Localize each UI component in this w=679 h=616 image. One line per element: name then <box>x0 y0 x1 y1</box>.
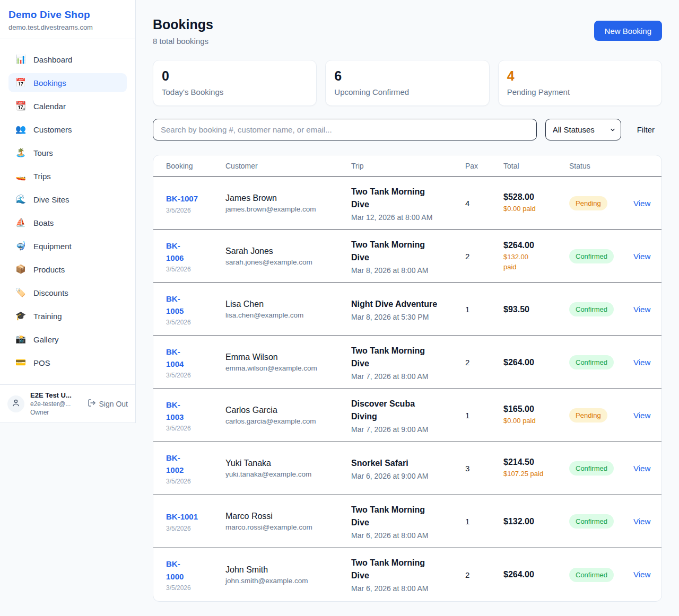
brand-title: Demo Dive Shop <box>8 9 127 21</box>
pax-cell: 4 <box>465 199 503 208</box>
customer-name: Yuki Tanaka <box>225 459 344 468</box>
customer-cell: Yuki Tanakayuki.tanaka@example.com <box>225 459 351 478</box>
view-link[interactable]: View <box>633 358 650 367</box>
sidebar-item-calendar[interactable]: 📆Calendar <box>8 96 127 116</box>
sidebar-item-label: Gallery <box>33 335 59 344</box>
sidebar-item-trips[interactable]: 🚤Trips <box>8 166 127 186</box>
pax-count: 2 <box>465 252 496 261</box>
user-role: Owner <box>30 409 82 416</box>
actions-cell: View <box>633 570 658 579</box>
filter-button[interactable]: Filter <box>630 125 662 134</box>
view-link[interactable]: View <box>633 252 650 261</box>
trip-cell: Two Tank Morning DiveMar 12, 2026 at 8:0… <box>351 186 465 222</box>
sidebar-item-boats[interactable]: ⛵Boats <box>8 213 127 232</box>
stat-label: Today's Bookings <box>162 87 308 96</box>
booking-link[interactable]: BK-1001 <box>166 511 218 523</box>
view-link[interactable]: View <box>633 199 650 208</box>
table-row: BK- 10063/5/2026Sarah Jonessarah.jones@e… <box>153 230 661 283</box>
booking-link[interactable]: BK- 1004 <box>166 346 218 371</box>
sidebar-item-bookings[interactable]: 📅Bookings <box>8 73 127 92</box>
status-badge: Confirmed <box>569 355 614 369</box>
view-link[interactable]: View <box>633 517 650 526</box>
booking-link[interactable]: BK- 1002 <box>166 452 218 477</box>
booking-cell: BK- 10033/5/2026 <box>166 399 225 433</box>
booking-link[interactable]: BK- 1000 <box>166 558 218 583</box>
trip-cell: Night Dive AdventureMar 8, 2026 at 5:30 … <box>351 298 465 321</box>
speedboat-icon: 🚤 <box>15 172 26 180</box>
paid-amount: $132.00 paid <box>503 252 562 271</box>
diving-mask-icon: 🤿 <box>15 242 26 250</box>
status-cell: Confirmed <box>569 249 633 263</box>
sidebar-item-equipment[interactable]: 🤿Equipment <box>8 236 127 256</box>
sidebar-item-discounts[interactable]: 🏷️Discounts <box>8 283 127 302</box>
table-row: BK- 10023/5/2026Yuki Tanakayuki.tanaka@e… <box>153 442 661 495</box>
search-input[interactable] <box>153 119 537 140</box>
sidebar-item-tours[interactable]: 🏝️Tours <box>8 143 127 162</box>
total-amount: $264.00 <box>503 570 562 579</box>
trip-cell: Snorkel SafariMar 6, 2026 at 9:00 AM <box>351 457 465 480</box>
total-amount: $93.50 <box>503 305 562 314</box>
booking-cell: BK- 10053/5/2026 <box>166 293 225 327</box>
camera-icon: 📸 <box>15 335 26 344</box>
table-row: BK- 10003/5/2026John Smithjohn.smith@exa… <box>153 548 661 601</box>
customer-cell: Carlos Garciacarlos.garcia@example.com <box>225 406 351 425</box>
booking-date: 3/5/2026 <box>166 584 218 592</box>
page-header: Bookings 8 total bookings New Booking <box>153 17 662 46</box>
status-cell: Confirmed <box>569 461 633 476</box>
new-booking-button[interactable]: New Booking <box>594 21 662 41</box>
view-link[interactable]: View <box>633 411 650 420</box>
status-filter-select[interactable]: All Statuses <box>545 119 621 140</box>
booking-link[interactable]: BK-1007 <box>166 192 218 205</box>
bookings-table: BookingCustomerTripPaxTotalStatus BK-100… <box>153 155 662 602</box>
sidebar-item-customers[interactable]: 👥Customers <box>8 120 127 139</box>
package-icon: 📦 <box>15 265 26 274</box>
sidebar-item-label: Trips <box>33 172 51 181</box>
status-badge: Confirmed <box>569 568 614 582</box>
sign-out-button[interactable]: Sign Out <box>88 399 128 409</box>
stat-value: 4 <box>507 68 653 84</box>
pax-cell: 1 <box>465 517 503 526</box>
sidebar-item-products[interactable]: 📦Products <box>8 260 127 279</box>
status-badge: Confirmed <box>569 514 614 529</box>
sidebar-item-dashboard[interactable]: 📊Dashboard <box>8 50 127 69</box>
actions-cell: View <box>633 252 658 261</box>
trip-name: Two Tank Morning Dive <box>351 504 458 529</box>
booking-cell: BK- 10043/5/2026 <box>166 346 225 380</box>
pax-count: 2 <box>465 358 496 367</box>
sidebar-item-gallery[interactable]: 📸Gallery <box>8 330 127 349</box>
page-title: Bookings <box>153 17 213 32</box>
total-amount: $132.00 <box>503 517 562 526</box>
view-link[interactable]: View <box>633 464 650 473</box>
customer-cell: Lisa Chenlisa.chen@example.com <box>225 300 351 319</box>
booking-cell: BK- 10003/5/2026 <box>166 558 225 592</box>
customer-name: Marco Rossi <box>225 512 344 521</box>
actions-cell: View <box>633 358 658 367</box>
sidebar-item-pos[interactable]: 💳POS <box>8 353 127 372</box>
actions-cell: View <box>633 305 658 314</box>
view-link[interactable]: View <box>633 570 650 579</box>
customer-email: john.smith@example.com <box>225 577 344 585</box>
trip-cell: Two Tank Morning DiveMar 7, 2026 at 8:00… <box>351 345 465 381</box>
customer-email: james.brown@example.com <box>225 205 344 213</box>
customer-name: Sarah Jones <box>225 247 344 256</box>
sidebar-item-training[interactable]: 🎓Training <box>8 306 127 325</box>
pax-cell: 2 <box>465 252 503 261</box>
pax-cell: 2 <box>465 358 503 367</box>
customer-cell: Emma Wilsonemma.wilson@example.com <box>225 353 351 372</box>
status-cell: Confirmed <box>569 568 633 582</box>
booking-link[interactable]: BK- 1005 <box>166 293 218 318</box>
actions-cell: View <box>633 411 658 420</box>
total-cell: $165.00$0.00 paid <box>503 404 569 426</box>
tear-off-calendar-icon: 📆 <box>15 102 26 110</box>
user-info: E2E Test U... e2e-tester@... Owner <box>30 391 82 416</box>
booking-link[interactable]: BK- 1006 <box>166 240 218 265</box>
sidebar-item-dive-sites[interactable]: 🌊Dive Sites <box>8 190 127 209</box>
view-link[interactable]: View <box>633 305 650 314</box>
trip-cell: Two Tank Morning DiveMar 8, 2026 at 8:00… <box>351 239 465 275</box>
booking-link[interactable]: BK- 1003 <box>166 399 218 424</box>
actions-cell: View <box>633 199 658 208</box>
stats-row: 0Today's Bookings6Upcoming Confirmed4Pen… <box>153 60 662 106</box>
sidebar-item-label: Products <box>33 265 65 274</box>
booking-cell: BK- 10063/5/2026 <box>166 240 225 274</box>
status-badge: Confirmed <box>569 461 614 476</box>
